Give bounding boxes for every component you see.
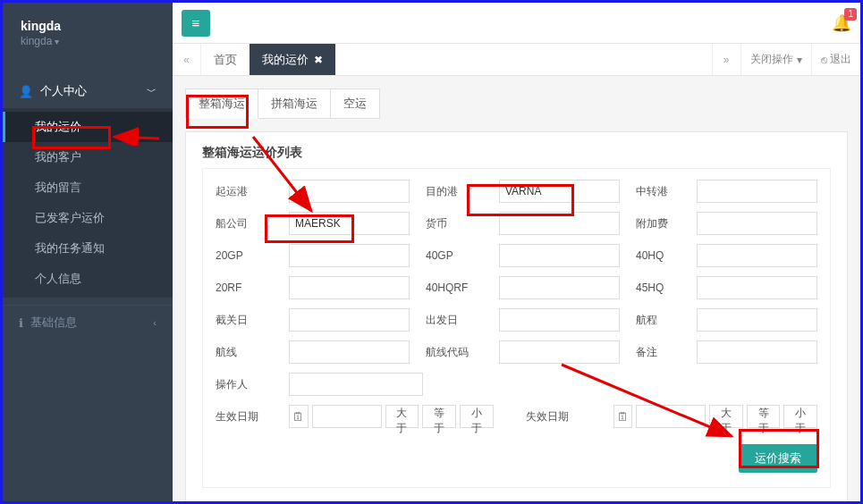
exp-date-input[interactable] xyxy=(636,405,706,428)
sidebar-submenu: 我的运价 我的客户 我的留言 已发客户运价 我的任务通知 个人信息 xyxy=(3,108,173,298)
transit-input[interactable] xyxy=(697,180,817,203)
sidebar-group2-label: 基础信息 xyxy=(30,315,77,331)
40hqrf-input[interactable] xyxy=(499,276,620,299)
tabs-scroll-right[interactable]: » xyxy=(712,44,740,75)
exp-gt-button[interactable]: 大于 xyxy=(709,405,743,428)
sidebar-group-label: 个人中心 xyxy=(40,83,87,99)
label-remark: 备注 xyxy=(636,345,681,360)
user-icon: 👤 xyxy=(19,85,33,98)
exp-lt-button[interactable]: 小于 xyxy=(783,405,817,428)
tabs-scroll-left[interactable]: « xyxy=(173,44,201,75)
label-route: 航线 xyxy=(216,345,273,360)
tabs-close-ops[interactable]: 关闭操作▾ xyxy=(740,44,811,75)
20rf-input[interactable] xyxy=(289,276,410,299)
mode-tab-lcl[interactable]: 拼箱海运 xyxy=(258,88,331,119)
sidebar-group-personal[interactable]: 👤 个人中心 ﹀ xyxy=(3,74,173,108)
label-20gp: 20GP xyxy=(216,249,273,262)
sidebar-item-profile[interactable]: 个人信息 xyxy=(3,264,173,294)
eff-lt-button[interactable]: 小于 xyxy=(460,405,494,428)
sidebar-item-task-notify[interactable]: 我的任务通知 xyxy=(3,233,173,264)
close-icon[interactable]: ✖ xyxy=(314,54,323,66)
rates-panel: 整箱海运运价列表 起运港 目的港 中转港 船公司 货币 xyxy=(185,131,848,501)
label-transit: 中转港 xyxy=(636,184,681,199)
operator-input[interactable] xyxy=(289,373,423,396)
menu-toggle-button[interactable]: ≡ xyxy=(182,10,210,37)
brand-title: kingda xyxy=(21,19,155,33)
mode-tabs: 整箱海运 拼箱海运 空运 xyxy=(185,88,848,119)
label-40gp: 40GP xyxy=(426,249,483,262)
chevron-left-icon: ‹ xyxy=(153,317,157,328)
voyage-input[interactable] xyxy=(697,308,817,332)
depart-input[interactable] xyxy=(499,308,620,332)
route-input[interactable] xyxy=(289,340,410,364)
content-area: 整箱海运 拼箱海运 空运 整箱海运运价列表 起运港 目的港 中转港 xyxy=(173,76,860,501)
label-depart: 出发日 xyxy=(426,313,483,328)
label-40hq: 40HQ xyxy=(636,249,681,262)
label-origin: 起运港 xyxy=(216,184,273,199)
sidebar-item-my-customers[interactable]: 我的客户 xyxy=(3,142,173,172)
label-45hq: 45HQ xyxy=(636,281,681,294)
label-surcharge: 附加费 xyxy=(636,216,681,231)
topbar: ≡ 🔔 1 xyxy=(173,3,860,44)
sidebar-item-my-rates[interactable]: 我的运价 xyxy=(3,112,173,142)
main-area: ≡ 🔔 1 « 首页 我的运价 ✖ » 关闭操作▾ ⎋ 退出 xyxy=(173,3,860,501)
sidebar: kingda kingda 👤 个人中心 ﹀ 我的运价 我的客户 我的留言 已发… xyxy=(3,3,173,501)
40gp-input[interactable] xyxy=(499,244,620,267)
cutoff-input[interactable] xyxy=(289,308,410,332)
surcharge-input[interactable] xyxy=(697,212,817,235)
search-button[interactable]: 运价搜索 xyxy=(739,444,817,473)
mode-tab-fcl[interactable]: 整箱海运 xyxy=(185,88,258,119)
label-voyage: 航程 xyxy=(636,313,681,328)
eff-eq-button[interactable]: 等于 xyxy=(422,405,456,428)
label-cutoff: 截关日 xyxy=(216,313,273,328)
tab-home[interactable]: 首页 xyxy=(201,44,250,75)
40hq-input[interactable] xyxy=(697,244,817,267)
20gp-input[interactable] xyxy=(289,244,410,267)
dest-input[interactable] xyxy=(499,180,620,203)
label-40hqrf: 40HQRF xyxy=(426,281,483,294)
routecode-input[interactable] xyxy=(499,340,620,364)
panel-title: 整箱海运运价列表 xyxy=(202,145,831,161)
info-icon: ℹ xyxy=(19,316,23,330)
remark-input[interactable] xyxy=(697,340,817,364)
notifications-button[interactable]: 🔔 1 xyxy=(832,13,851,33)
calendar-icon[interactable]: 🗓 xyxy=(613,405,633,428)
brand-block: kingda kingda xyxy=(3,3,173,58)
eff-date-input[interactable] xyxy=(312,405,382,428)
label-eff-date: 生效日期 xyxy=(216,409,273,424)
sidebar-group-basic[interactable]: ℹ 基础信息 ‹ xyxy=(3,306,173,340)
mode-tab-air[interactable]: 空运 xyxy=(330,88,380,119)
notification-badge: 1 xyxy=(844,8,857,21)
label-exp-date: 失效日期 xyxy=(526,409,597,424)
calendar-icon[interactable]: 🗓 xyxy=(289,405,309,428)
chevron-down-icon: ﹀ xyxy=(147,85,157,98)
label-routecode: 航线代码 xyxy=(426,345,483,360)
label-currency: 货币 xyxy=(426,216,483,231)
45hq-input[interactable] xyxy=(697,276,817,299)
eff-gt-button[interactable]: 大于 xyxy=(385,405,419,428)
label-operator: 操作人 xyxy=(216,377,273,392)
tabbar: « 首页 我的运价 ✖ » 关闭操作▾ ⎋ 退出 xyxy=(173,44,860,76)
sidebar-item-my-messages[interactable]: 我的留言 xyxy=(3,172,173,203)
label-dest: 目的港 xyxy=(426,184,483,199)
logout-button[interactable]: ⎋ 退出 xyxy=(811,44,860,75)
label-carrier: 船公司 xyxy=(216,216,273,231)
brand-user-menu[interactable]: kingda xyxy=(21,35,155,47)
logout-icon: ⎋ xyxy=(821,54,827,66)
sidebar-item-sent-rates[interactable]: 已发客户运价 xyxy=(3,203,173,233)
tab-my-rates[interactable]: 我的运价 ✖ xyxy=(250,44,335,75)
exp-eq-button[interactable]: 等于 xyxy=(747,405,781,428)
carrier-input[interactable] xyxy=(289,212,410,235)
currency-input[interactable] xyxy=(499,212,620,235)
label-20rf: 20RF xyxy=(216,281,273,294)
sidebar-nav: 👤 个人中心 ﹀ 我的运价 我的客户 我的留言 已发客户运价 我的任务通知 个人… xyxy=(3,74,173,340)
origin-input[interactable] xyxy=(289,180,410,203)
